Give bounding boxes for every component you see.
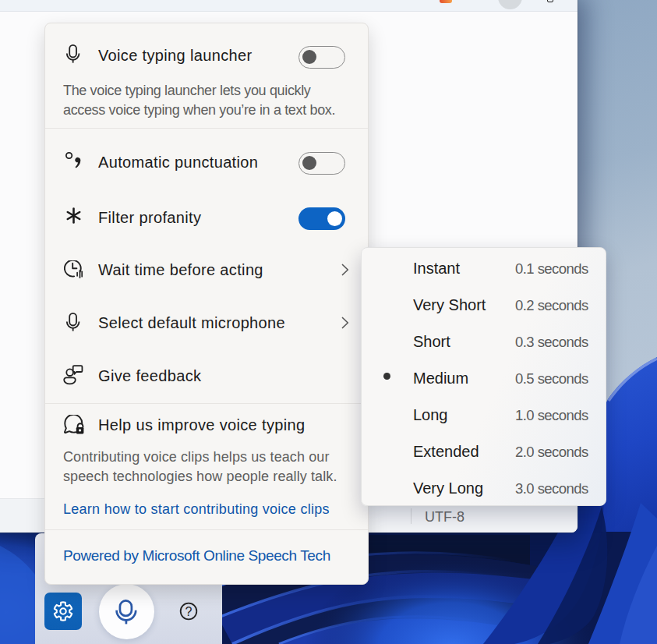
- svg-text:?: ?: [185, 605, 193, 618]
